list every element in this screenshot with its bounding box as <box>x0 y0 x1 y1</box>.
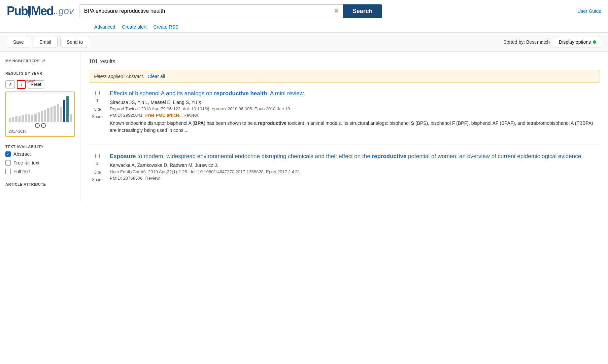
search-input[interactable] <box>79 4 330 18</box>
bar <box>34 114 37 122</box>
article-1-abstract: Known endocrine disruptor bisphenol A (B… <box>110 120 600 134</box>
full-text-label: Full text <box>13 169 30 174</box>
abstract-label: Abstract <box>13 151 31 157</box>
filters-banner: Filters applied: Abstract. Clear all <box>89 70 600 83</box>
chart-bars <box>9 95 72 122</box>
article-1-cite[interactable]: Cite <box>94 107 101 112</box>
filter-full-text: Full text <box>5 169 75 174</box>
bar <box>44 110 46 122</box>
external-link-icon: ↗ <box>42 59 45 63</box>
display-options-indicator <box>593 40 596 44</box>
results-by-year-section: RESULTS BY YEAR download ↗ ↓ Reset <box>5 71 75 137</box>
chart-range-label: 2017-2018 <box>9 129 27 133</box>
bar <box>41 111 43 122</box>
bar <box>15 116 18 122</box>
range-circle-start[interactable] <box>35 123 40 128</box>
article-1-badge: Review. <box>183 113 199 118</box>
article-1-pmid: PMID: 29925041 <box>110 113 143 118</box>
bar <box>25 114 27 122</box>
create-alert-link[interactable]: Create alert <box>122 24 146 30</box>
abstract-checkbox[interactable] <box>5 151 11 157</box>
article-2-share[interactable]: Share <box>92 177 103 182</box>
article-2-checkbox[interactable] <box>95 154 100 158</box>
free-full-text-checkbox[interactable] <box>5 160 11 166</box>
filter-abstract: Abstract <box>5 151 75 157</box>
email-button[interactable]: Email <box>33 37 58 47</box>
text-availability-section: TEXT AVAILABILITY Abstract Free full tex… <box>5 145 75 174</box>
main: MY NCBI FILTERS ↗ RESULTS BY YEAR downlo… <box>0 52 608 201</box>
article-1-number: 1 <box>96 98 98 103</box>
search-bar: ✕ Search <box>79 4 382 18</box>
send-to-button[interactable]: Send to <box>60 37 89 47</box>
filters-applied-text: Filters applied: Abstract. <box>94 74 144 79</box>
article-1-journal: Reprod Toxicol. 2018 Aug;79:96-123. doi:… <box>110 106 600 111</box>
article-1-share[interactable]: Share <box>92 114 103 119</box>
chart-range: 2017-2018 <box>9 129 72 133</box>
expand-chart-button[interactable]: ↗ <box>5 80 15 88</box>
header: Pub​Med ..gov ✕ Search User Guide Advanc… <box>0 0 608 33</box>
article-2-number: 2 <box>96 161 98 166</box>
article-1-side: 1 Cite Share <box>89 89 106 134</box>
bar <box>19 116 21 122</box>
toolbar-left: Save Email Send to <box>7 37 89 47</box>
header-links: Advanced Create alert Create RSS <box>7 22 601 32</box>
search-button[interactable]: Search <box>343 4 382 18</box>
article-1-checkbox[interactable] <box>95 91 100 95</box>
sidebar: MY NCBI FILTERS ↗ RESULTS BY YEAR downlo… <box>0 52 81 201</box>
bar <box>54 106 56 122</box>
bar <box>38 112 40 122</box>
bar-highlight <box>63 100 66 122</box>
create-rss-link[interactable]: Create RSS <box>153 24 178 30</box>
clear-all-link[interactable]: Clear all <box>148 74 165 79</box>
bar <box>60 107 62 122</box>
article-2-ids: PMID: 28758506 Review. <box>110 176 600 181</box>
article-2-title[interactable]: Exposure to modern, widespread environme… <box>110 152 600 160</box>
my-ncbi-filters-section: MY NCBI FILTERS ↗ <box>5 59 75 63</box>
filter-free-full-text: Free full text <box>5 160 75 166</box>
bar <box>28 114 30 122</box>
bar <box>31 115 34 122</box>
article-1-content: Effects of bisphenol A and its analogs o… <box>110 89 600 134</box>
article-divider <box>89 144 600 144</box>
my-ncbi-filters-title: MY NCBI FILTERS ↗ <box>5 59 75 63</box>
bar-highlight-2 <box>66 96 69 122</box>
full-text-checkbox[interactable] <box>5 169 11 174</box>
save-button[interactable]: Save <box>7 37 30 47</box>
bar <box>22 115 24 122</box>
toolbar-right: Sorted by: Best match Display options <box>503 37 601 47</box>
article-attribute-title: ARTICLE ATTRIBUTE <box>5 182 75 186</box>
bar <box>12 117 14 122</box>
sorted-label: Sorted by: Best match <box>503 39 550 45</box>
logo-gov: .gov <box>56 6 74 16</box>
results-area: 101 results Filters applied: Abstract. C… <box>81 52 608 201</box>
display-options-button[interactable]: Display options <box>554 37 601 47</box>
article-attribute-section: ARTICLE ATTRIBUTE <box>5 182 75 186</box>
logo-pubmed-text: Pub​Med <box>7 4 53 18</box>
display-options-label: Display options <box>559 39 591 45</box>
article-1-free-pmc[interactable]: Free PMC article. <box>145 113 181 118</box>
bar <box>50 107 53 122</box>
bar <box>9 118 11 122</box>
logo[interactable]: Pub​Med ..gov <box>7 4 74 18</box>
article-1: 1 Cite Share Effects of bisphenol A and … <box>89 89 600 134</box>
article-2-pmid: PMID: 28758506 <box>110 176 143 181</box>
bar <box>57 104 59 122</box>
bar <box>70 114 72 122</box>
article-1-ids: PMID: 29925041 Free PMC article. Review. <box>110 113 600 118</box>
article-2-authors: Karwacka A, Zamkowska D, Radwan M, Jurew… <box>110 162 600 168</box>
chart-area[interactable]: 2017-2018 <box>5 92 75 137</box>
article-2-cite[interactable]: Cite <box>94 170 101 175</box>
article-2-side: 2 Cite Share <box>89 152 106 183</box>
user-guide-link[interactable]: User Guide <box>577 8 601 14</box>
search-clear-button[interactable]: ✕ <box>330 4 343 18</box>
logo-dot: . <box>53 6 56 16</box>
article-1-authors: Siracusa JS, Yin L, Measel E, Liang S, Y… <box>110 100 600 105</box>
download-chart-button[interactable]: ↓ <box>17 80 26 89</box>
range-circle-end[interactable] <box>41 123 46 128</box>
article-1-title[interactable]: Effects of bisphenol A and its analogs o… <box>110 89 600 98</box>
bar <box>47 108 49 122</box>
chart-controls: ↗ ↓ Reset <box>5 80 75 89</box>
article-2-journal: Hum Fertil (Camb). 2019 Apr;22(1):2-25. … <box>110 169 600 174</box>
article-2: 2 Cite Share Exposure to modern, widespr… <box>89 152 600 183</box>
advanced-link[interactable]: Advanced <box>94 24 115 30</box>
